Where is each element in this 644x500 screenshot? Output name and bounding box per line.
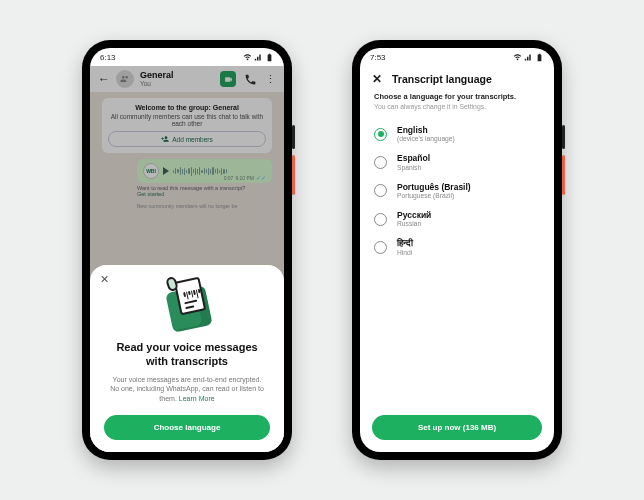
language-option[interactable]: English(device's language)	[374, 120, 540, 148]
radio-button[interactable]	[374, 184, 387, 197]
sheet-body: Your voice messages are end-to-end encry…	[108, 375, 266, 403]
language-subtitle: (device's language)	[397, 135, 455, 142]
language-name: हिन्दी	[397, 239, 413, 248]
language-option[interactable]: РусскийRussian	[374, 205, 540, 233]
phone-mock-left: 6:13 ← General You ⋮	[82, 40, 292, 460]
language-subtitle: Spanish	[397, 164, 430, 171]
signal-icon	[254, 53, 263, 62]
wifi-icon	[243, 53, 252, 62]
power-button	[562, 155, 565, 195]
signal-icon	[524, 53, 533, 62]
language-list: English(device's language)EspañolSpanish…	[360, 110, 554, 262]
language-subtitle: Portuguese (Brazil)	[397, 192, 471, 199]
screen-left: 6:13 ← General You ⋮	[90, 48, 284, 452]
screen-right: 7:53 ✕ Transcript language Choose a lang…	[360, 48, 554, 452]
subtitle-line2: You can always change it in Settings.	[374, 103, 540, 110]
page-header: ✕ Transcript language	[360, 66, 554, 88]
language-name: Русский	[397, 211, 431, 220]
close-icon[interactable]: ✕	[372, 72, 382, 86]
battery-icon	[535, 53, 544, 62]
radio-button[interactable]	[374, 128, 387, 141]
language-subtitle: Russian	[397, 220, 431, 227]
chat-area: ← General You ⋮ Welcome to the group: Ge…	[90, 66, 284, 452]
language-name: Español	[397, 154, 430, 163]
sheet-title: Read your voice messages with transcript…	[104, 341, 270, 369]
language-option[interactable]: EspañolSpanish	[374, 148, 540, 176]
transcripts-bottom-sheet: ✕ Read your voice messages with transcri…	[90, 265, 284, 452]
set-up-now-button[interactable]: Set up now (136 MB)	[372, 415, 542, 440]
language-subtitle: Hindi	[397, 249, 413, 256]
page-subtitle: Choose a language for your transcripts. …	[360, 88, 554, 110]
status-bar: 7:53	[360, 48, 554, 66]
radio-button[interactable]	[374, 241, 387, 254]
radio-button[interactable]	[374, 213, 387, 226]
status-time: 6:13	[100, 53, 116, 62]
language-option[interactable]: Português (Brasil)Portuguese (Brazil)	[374, 177, 540, 205]
volume-button	[292, 125, 295, 149]
close-icon[interactable]: ✕	[100, 273, 109, 286]
phone-mock-right: 7:53 ✕ Transcript language Choose a lang…	[352, 40, 562, 460]
sheet-illustration	[147, 277, 227, 335]
battery-icon	[265, 53, 274, 62]
radio-button[interactable]	[374, 156, 387, 169]
status-bar: 6:13	[90, 48, 284, 66]
language-option[interactable]: हिन्दीHindi	[374, 233, 540, 261]
power-button	[292, 155, 295, 195]
wifi-icon	[513, 53, 522, 62]
choose-language-button[interactable]: Choose language	[104, 415, 270, 440]
learn-more-link[interactable]: Learn More	[179, 395, 215, 402]
status-time: 7:53	[370, 53, 386, 62]
volume-button	[562, 125, 565, 149]
page-title: Transcript language	[392, 73, 492, 85]
subtitle-line1: Choose a language for your transcripts.	[374, 92, 540, 101]
language-name: English	[397, 126, 455, 135]
language-name: Português (Brasil)	[397, 183, 471, 192]
